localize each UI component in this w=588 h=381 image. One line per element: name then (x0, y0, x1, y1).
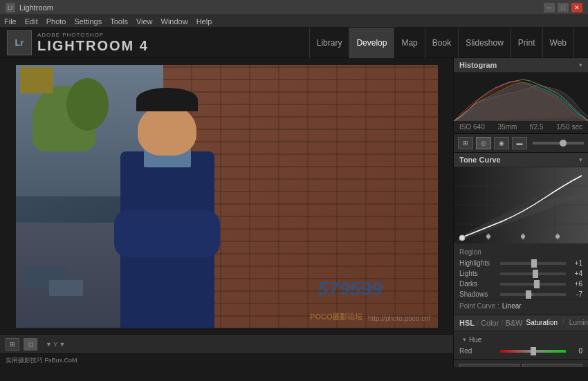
bottom-label: 实用摄影技巧 FsBus.CoM (6, 356, 77, 365)
svg-point-13 (555, 234, 560, 239)
hsl-color-label[interactable]: Color (481, 319, 499, 327)
watermark-url: http://photo.poco.cn/ (368, 315, 431, 322)
shadows-label: Shadows (459, 290, 497, 298)
grid-view-button[interactable]: ⊞ (6, 338, 19, 351)
hsl-red-slider[interactable] (500, 350, 566, 353)
crop-tool[interactable]: ⊞ (458, 137, 473, 149)
hsl-tab-luminance[interactable]: Luminance (566, 318, 588, 327)
tool-slider-thumb[interactable] (560, 140, 567, 147)
histogram-section: Histogram ▾ ISO 640 (454, 58, 588, 134)
app-title: LIGHTROOM 4 (37, 38, 149, 54)
person-subject (109, 93, 226, 328)
hsl-title: HSL (459, 319, 475, 327)
lights-slider[interactable] (500, 272, 566, 275)
tab-develop[interactable]: Develop (349, 28, 394, 58)
hsl-red-thumb[interactable] (531, 347, 536, 355)
svg-point-11 (486, 234, 490, 239)
iso-value: ISO 640 (459, 123, 485, 131)
loupe-view-button[interactable]: ◻ (24, 338, 37, 351)
maximize-button[interactable]: □ (558, 3, 569, 12)
app-icon: Lr (6, 3, 15, 12)
center-area: 579599 http://photo.poco.cn/ POCO摄影论坛 ⊞ … (0, 58, 453, 367)
lr-logo: Lr (7, 30, 32, 55)
hsl-bw-label[interactable]: B&W (505, 319, 522, 327)
red-eye-tool[interactable]: ◉ (494, 137, 509, 149)
region-label-row: Region (454, 246, 588, 258)
nav-tabs: Library Develop Map Book Slideshow Print… (149, 28, 581, 58)
highlights-row: Highlights +1 (454, 258, 588, 268)
reset-button[interactable]: Reset (522, 364, 582, 367)
panel-bottom-buttons: Previous Reset (454, 360, 588, 367)
hsl-header[interactable]: HSL / Color / B&W Saturation / Luminance… (454, 315, 588, 331)
lights-value: +4 (569, 270, 582, 277)
menu-settings[interactable]: Settings (74, 17, 102, 26)
previous-button[interactable]: Previous (459, 364, 520, 367)
hsl-tab-saturation[interactable]: Saturation (522, 318, 561, 327)
hsl-hue-label: Hue (469, 336, 507, 344)
tab-map[interactable]: Map (394, 28, 425, 58)
point-curve-label: Point Curve : (459, 302, 499, 310)
menu-help[interactable]: Help (196, 17, 212, 26)
darks-label: Darks (459, 280, 497, 288)
shadows-thumb[interactable] (526, 290, 531, 299)
darks-slider[interactable] (500, 283, 566, 286)
shadows-row: Shadows -7 (454, 289, 588, 299)
menu-view[interactable]: View (136, 17, 153, 26)
tone-curve-title: Tone Curve (459, 156, 501, 164)
histogram-header[interactable]: Histogram ▾ (454, 58, 588, 73)
hsl-section: HSL / Color / B&W Saturation / Luminance… (454, 315, 588, 360)
highlights-thumb[interactable] (531, 259, 537, 268)
menu-photo[interactable]: Photo (46, 17, 66, 26)
hsl-sep1: / (477, 319, 479, 327)
minimize-button[interactable]: ─ (544, 3, 555, 12)
tab-book[interactable]: Book (425, 28, 459, 58)
tab-library[interactable]: Library (309, 28, 350, 58)
lights-thumb[interactable] (533, 270, 538, 278)
header: Lr ADOBE PHOTOSHOP LIGHTROOM 4 Library D… (0, 28, 588, 58)
highlights-label: Highlights (459, 259, 497, 267)
darks-value: +6 (569, 280, 582, 288)
camera-info: ISO 640 35mm f/2.5 1/50 sec (454, 121, 588, 133)
titlebar: Lr Lightroom ─ □ ✕ (0, 0, 588, 15)
poco-watermark: POCO摄影论坛 (310, 312, 362, 322)
tools-row: ⊞ ◎ ◉ ▬ (454, 134, 588, 153)
darks-thumb[interactable] (534, 280, 540, 288)
tone-curve-section: Tone Curve ▾ (454, 153, 588, 315)
histogram-arrow: ▾ (579, 62, 582, 68)
histogram-svg (454, 73, 588, 121)
tone-curve-display[interactable] (454, 167, 588, 243)
point-curve-value[interactable]: Linear (502, 302, 522, 310)
aperture-value: f/2.5 (530, 123, 543, 131)
highlights-slider[interactable] (500, 262, 566, 265)
menubar: File Edit Photo Settings Tools View Wind… (0, 15, 588, 28)
lights-label: Lights (459, 270, 497, 277)
photo-container[interactable]: 579599 http://photo.poco.cn/ POCO摄影论坛 (0, 58, 453, 334)
graduated-filter-tool[interactable]: ▬ (512, 137, 527, 149)
status-bar: 实用摄影技巧 FsBus.CoM (0, 353, 453, 367)
menu-file[interactable]: File (4, 17, 17, 26)
menu-edit[interactable]: Edit (25, 17, 38, 26)
spot-removal-tool[interactable]: ◎ (476, 137, 491, 149)
tab-print[interactable]: Print (511, 28, 543, 58)
svg-point-14 (459, 235, 465, 241)
menu-tools[interactable]: Tools (110, 17, 128, 26)
close-button[interactable]: ✕ (571, 3, 582, 12)
focal-value: 35mm (497, 123, 517, 131)
tab-slideshow[interactable]: Slideshow (459, 28, 511, 58)
window-title: Lightroom (19, 3, 544, 12)
tab-web[interactable]: Web (543, 28, 574, 58)
hsl-expand-icon[interactable]: ▾ (459, 335, 469, 344)
hsl-hue-section: ▾ Hue (454, 333, 588, 346)
menu-window[interactable]: Window (161, 17, 188, 26)
highlights-value: +1 (569, 259, 582, 267)
center-toolbar: ⊞ ◻ ▼ Y ▼ (0, 334, 453, 353)
tone-curve-header[interactable]: Tone Curve ▾ (454, 153, 588, 167)
window-controls: ─ □ ✕ (544, 3, 582, 12)
hsl-sep2: / (501, 319, 503, 327)
hsl-red-row: Red 0 (454, 346, 588, 356)
tool-slider[interactable] (533, 142, 584, 145)
darks-row: Darks +6 (454, 279, 588, 289)
shadows-slider[interactable] (500, 293, 566, 296)
region-section: Region Highlights +1 Lights (454, 243, 588, 315)
histogram-display (454, 73, 588, 121)
